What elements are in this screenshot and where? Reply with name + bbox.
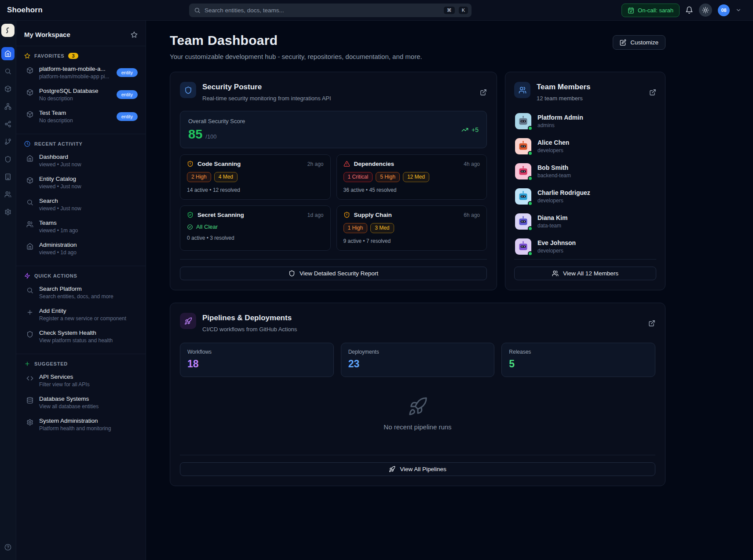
item-desc: viewed • 1d ago [39, 249, 77, 256]
item-title: Teams [39, 220, 78, 226]
robot-avatar-icon [517, 241, 529, 253]
view-all-pipelines-button[interactable]: View All Pipelines [180, 462, 655, 476]
stat-releases: Releases 5 [501, 343, 655, 377]
suggested-section: SUGGESTED API Services Filter view for a… [16, 354, 146, 442]
online-status-dot [528, 126, 533, 131]
suggested-database-systems[interactable]: Database Systems View all database entit… [23, 392, 139, 414]
external-link-icon[interactable] [649, 82, 656, 102]
oncall-badge[interactable]: On-call: sarah [621, 4, 680, 17]
shield-alert-icon [187, 161, 194, 167]
online-status-dot [528, 251, 533, 256]
topbar-actions: On-call: sarah 08 [621, 4, 742, 17]
lightning-icon [24, 273, 30, 279]
favorite-item[interactable]: platform-team-mobile-a... platform-team/… [23, 62, 139, 84]
rocket-icon [180, 396, 655, 417]
recent-item-search[interactable]: Search viewed • Just now [23, 194, 139, 216]
kbd-k-key: K [459, 7, 468, 14]
chevron-down-icon[interactable] [735, 7, 742, 13]
finding-supply-chain[interactable]: Supply Chain 6h ago 1 High 3 Med 9 activ… [336, 205, 487, 251]
users-icon [552, 270, 559, 277]
users-icon [26, 221, 33, 228]
recent-item-entity-catalog[interactable]: Entity Catalog viewed • Just now [23, 172, 139, 194]
recent-label: RECENT ACTIVITY [34, 141, 83, 146]
quick-actions-label: QUICK ACTIONS [34, 273, 77, 278]
item-title: System Administration [39, 417, 111, 424]
rail-network-button[interactable] [1, 100, 15, 113]
online-status-dot [528, 151, 533, 156]
item-desc: No description [39, 117, 73, 124]
quick-action-add-entity[interactable]: Add Entity Register a new service or com… [23, 304, 139, 326]
rail-search-button[interactable] [1, 65, 15, 78]
item-desc: platform-team/mobile-app pi... [39, 73, 109, 80]
finding-secret-scanning[interactable]: Secret Scanning 1d ago All Clear 0 activ… [180, 205, 331, 251]
suggested-system-administration[interactable]: System Administration Platform health an… [23, 414, 139, 436]
finding-status: 36 active • 45 resolved [344, 187, 480, 193]
rail-security-button[interactable] [1, 153, 15, 166]
pipelines-card-subtitle: CI/CD workflows from GitHub Actions [202, 326, 297, 333]
plus-icon [24, 361, 30, 367]
recent-item-administration[interactable]: Administration viewed • 1d ago [23, 238, 139, 260]
global-search-input[interactable]: Search entities, docs, teams... ⌘ K [189, 4, 472, 17]
rail-docs-button[interactable] [1, 170, 15, 183]
user-avatar[interactable]: 08 [718, 4, 730, 16]
finding-code-scanning[interactable]: Code Scanning 2h ago 2 High 4 Med 14 act… [180, 154, 331, 200]
avatar [515, 113, 531, 129]
notifications-bell-icon[interactable] [685, 6, 693, 14]
rail-settings-button[interactable] [1, 205, 15, 219]
view-security-report-button[interactable]: View Detailed Security Report [180, 267, 487, 280]
home-icon [4, 50, 11, 57]
team-chip [514, 82, 530, 98]
shoehorn-logo[interactable] [1, 24, 15, 37]
severity-badge-med: 12 Med [403, 172, 429, 182]
external-link-icon[interactable] [480, 82, 487, 102]
favorite-item[interactable]: PostgreSQL Database No description entit… [23, 84, 139, 106]
edit-icon [620, 39, 626, 46]
search-icon [26, 199, 33, 206]
rail-teams-button[interactable] [1, 188, 15, 201]
external-link-icon[interactable] [648, 313, 655, 333]
rail-help-button[interactable] [1, 541, 15, 554]
theme-toggle-button[interactable] [699, 4, 712, 17]
avatar [515, 213, 531, 230]
entity-badge: entity [117, 112, 138, 121]
item-desc: No description [39, 95, 99, 102]
timestamp: 4h ago [464, 161, 480, 167]
rail-branches-button[interactable] [1, 135, 15, 148]
robot-avatar-icon [517, 190, 529, 202]
favorite-item[interactable]: Test Team No description entity [23, 106, 139, 128]
team-member-row[interactable]: Alice Chendevelopers [514, 134, 656, 159]
rail-relations-button[interactable] [1, 117, 15, 131]
recent-item-teams[interactable]: Teams viewed • 1m ago [23, 216, 139, 238]
item-title: Add Entity [39, 307, 126, 314]
page-title: Team Dashboard [170, 33, 422, 48]
quick-action-check-health[interactable]: Check System Health View platform status… [23, 326, 139, 348]
team-card-title: Team Members [537, 82, 591, 92]
quick-action-search-platform[interactable]: Search Platform Search entities, docs, a… [23, 282, 139, 304]
team-member-row[interactable]: Eve Johnsondevelopers [514, 234, 656, 259]
severity-badge-high: 5 High [376, 172, 400, 182]
oncall-label: On-call: sarah [638, 7, 673, 14]
view-all-members-button[interactable]: View All 12 Members [514, 267, 656, 280]
team-member-row[interactable]: Platform Adminadmins [514, 109, 656, 134]
team-member-row[interactable]: Diana Kimdata-team [514, 209, 656, 234]
divider [180, 455, 655, 455]
suggested-api-services[interactable]: API Services Filter view for all APIs [23, 370, 139, 392]
home-icon [26, 155, 33, 162]
app-brand[interactable]: Shoehorn [7, 6, 43, 15]
avatar [515, 163, 531, 179]
finding-status: 9 active • 7 resolved [344, 238, 480, 244]
recent-item-dashboard[interactable]: Dashboard viewed • Just now [23, 150, 139, 172]
finding-status: 14 active • 12 resolved [187, 187, 324, 193]
home-icon [26, 243, 33, 250]
rail-catalog-button[interactable] [1, 82, 15, 95]
team-member-row[interactable]: Bob Smithbackend-team [514, 159, 656, 184]
customize-button[interactable]: Customize [613, 35, 665, 50]
finding-dependencies[interactable]: Dependencies 4h ago 1 Critical 5 High 12… [336, 154, 487, 200]
empty-state-text: No recent pipeline runs [180, 423, 655, 431]
package-icon [26, 111, 33, 118]
item-title: Dashboard [39, 154, 81, 160]
rail-home-button[interactable] [1, 47, 15, 60]
team-member-row[interactable]: Charlie Rodriguezdevelopers [514, 184, 656, 209]
star-icon[interactable] [131, 31, 138, 38]
search-icon [26, 287, 33, 294]
